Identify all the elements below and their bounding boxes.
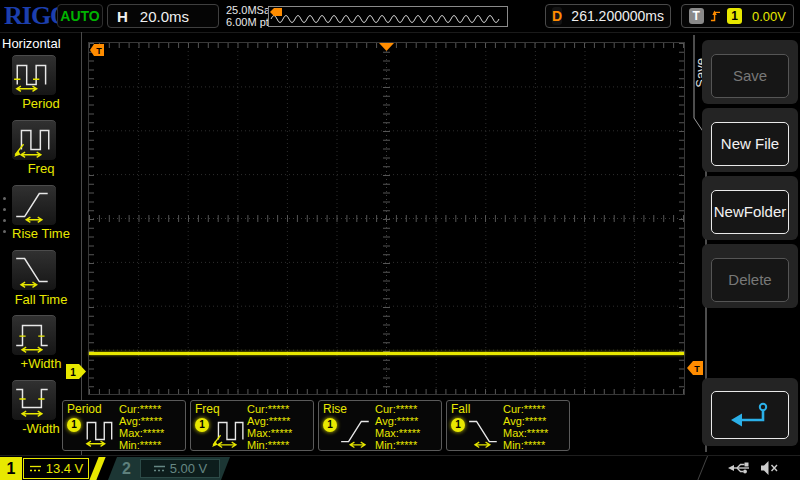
menu-slot: Save	[702, 40, 798, 104]
measure-panel-freq: Freq 1 Cur:*****Avg:*****Max:*****Min:**…	[190, 400, 314, 451]
panel-channel-badge: 1	[67, 418, 81, 432]
back-button[interactable]	[711, 391, 789, 439]
new-folder-button[interactable]: NewFolder	[711, 190, 789, 234]
channel2-status[interactable]: 2 5.00 V	[108, 457, 230, 480]
svg-text:1: 1	[70, 367, 76, 378]
save-button[interactable]: Save	[711, 54, 789, 98]
usb-device-icon	[728, 461, 752, 475]
fall-time-icon	[467, 414, 501, 448]
delete-button[interactable]: Delete	[711, 258, 789, 302]
trigger-info-box: T 1 0.00V	[681, 4, 794, 28]
channel2-number: 2	[122, 457, 131, 480]
page-indicator-dot	[3, 219, 6, 222]
trigger-slope-rising-icon	[710, 8, 722, 24]
channel2-scale: 5.00 V	[140, 459, 220, 478]
menu-slot	[702, 378, 798, 446]
channel1-scale: 13.4 V	[23, 458, 89, 479]
panel-values: Cur:*****Avg:*****Max:*****Min:*****	[119, 403, 164, 451]
beeper-muted-icon	[760, 460, 780, 476]
minus-width-icon	[12, 380, 54, 418]
period-icon	[12, 55, 54, 93]
svg-text:T: T	[96, 46, 102, 56]
panel-channel-badge: 1	[323, 418, 337, 432]
rise-time-icon	[12, 185, 54, 223]
trigger-label: T	[689, 8, 704, 24]
trigger-position-marker-icon	[379, 43, 394, 51]
sidebar-item-pwidth[interactable]	[11, 314, 57, 356]
trigger-time-marker-icon: T	[90, 44, 104, 56]
waveform-display: T	[88, 42, 685, 395]
preview-sine-wave	[269, 7, 505, 26]
return-arrow-icon	[728, 400, 772, 430]
panel-channel-badge: 1	[195, 418, 209, 432]
panel-values: Cur:*****Avg:*****Max:*****Min:*****	[247, 403, 292, 451]
menu-slot: Delete	[702, 244, 798, 308]
preview-position-marker-icon	[270, 8, 282, 16]
period-icon	[83, 414, 117, 448]
horizontal-scale-box: H 20.0ms	[107, 4, 219, 28]
oscilloscope-screen: RIGOL AUTO H 20.0ms 25.0MSa/s 6.00M pts …	[0, 0, 800, 480]
rise-time-icon	[339, 414, 373, 448]
menu-slot: New File	[702, 108, 798, 172]
channel1-tab-slant	[89, 457, 105, 480]
sidebar-item-freq[interactable]	[11, 119, 57, 161]
panel-values: Cur:*****Avg:*****Max:*****Min:*****	[503, 403, 548, 451]
sidebar-title: Horizontal	[2, 36, 82, 51]
channel1-trace	[89, 352, 684, 355]
measure-panel-fall: Fall 1 Cur:*****Avg:*****Max:*****Min:**…	[446, 400, 570, 451]
graticule-grid	[89, 43, 684, 394]
delay-value: 261.200000ms	[571, 8, 664, 24]
panel-channel-badge: 1	[451, 418, 465, 432]
channel1-level-marker-icon: 1	[66, 364, 86, 379]
horizontal-label: H	[117, 8, 128, 25]
menu-slot: NewFolder	[702, 176, 798, 240]
dc-coupling-icon	[153, 464, 166, 473]
page-indicator-dot	[3, 208, 6, 211]
channel1-status[interactable]: 1 13.4 V	[0, 457, 104, 480]
sidebar-item-rise-time-label: Rise Time	[0, 226, 82, 241]
top-status-bar: RIGOL AUTO H 20.0ms 25.0MSa/s 6.00M pts …	[0, 0, 800, 33]
new-file-button[interactable]: New File	[711, 122, 789, 166]
soft-menu: Save Save New File NewFolder Delete	[690, 32, 800, 455]
sidebar-item-period[interactable]	[11, 54, 57, 96]
sidebar-item-rise-time[interactable]	[11, 184, 57, 226]
dc-coupling-icon	[29, 464, 42, 473]
sidebar-item-nwidth[interactable]	[11, 379, 57, 421]
delay-label: D	[552, 7, 562, 25]
channel1-number: 1	[0, 457, 22, 480]
statusbar-divider	[697, 456, 718, 480]
measure-panel-rise: Rise 1 Cur:*****Avg:*****Max:*****Min:**…	[318, 400, 442, 451]
panel-values: Cur:*****Avg:*****Max:*****Min:*****	[375, 403, 420, 451]
freq-icon	[211, 414, 245, 448]
run-status-badge: AUTO	[57, 4, 103, 28]
trigger-level-value: 0.00V	[752, 9, 786, 24]
horizontal-scale-value: 20.0ms	[140, 8, 189, 25]
plus-width-icon	[12, 315, 54, 353]
waveform-preview	[268, 6, 508, 27]
freq-icon	[12, 120, 54, 158]
measure-panel-period: Period 1 Cur:*****Avg:*****Max:*****Min:…	[62, 400, 186, 451]
sidebar-item-fall-time-label: Fall Time	[0, 292, 82, 307]
page-indicator-dot	[3, 197, 6, 200]
channel-status-bar: 1 13.4 V 2 5.00 V	[0, 455, 800, 480]
sidebar-item-freq-label: Freq	[0, 161, 82, 176]
sidebar-item-period-label: Period	[0, 96, 82, 111]
trigger-source-badge: 1	[727, 8, 742, 24]
sidebar-item-fall-time[interactable]	[11, 249, 57, 291]
trigger-delay-box: D 261.200000ms	[545, 4, 671, 28]
fall-time-icon	[12, 250, 54, 288]
